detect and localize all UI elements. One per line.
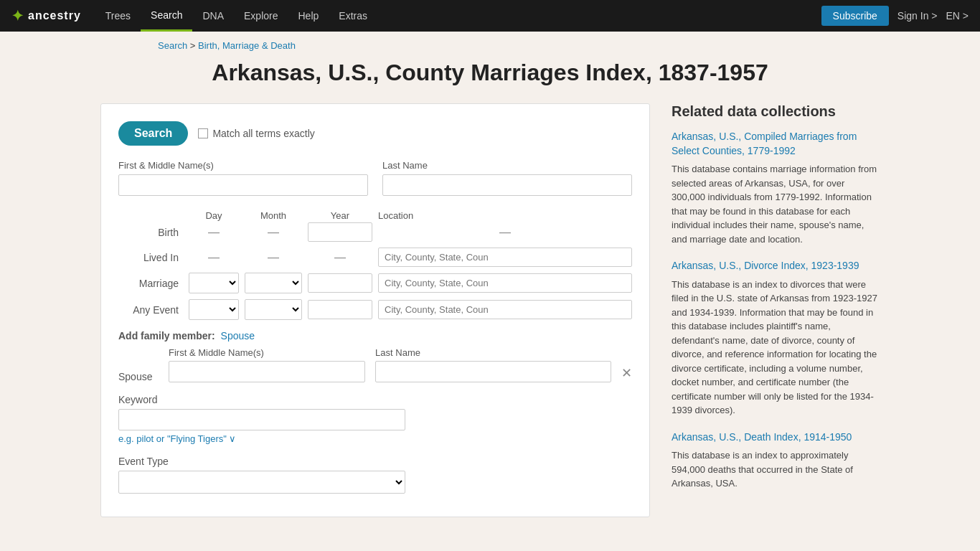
match-checkbox[interactable]	[198, 128, 208, 138]
page-title: Arkansas, U.S., County Marriages Index, …	[0, 60, 980, 86]
nav-trees[interactable]: Trees	[95, 0, 141, 32]
any-event-label: Any Event	[118, 304, 183, 316]
page-wrap: Search Match all terms exactly First & M…	[0, 103, 980, 546]
spouse-close-button[interactable]: ✕	[621, 365, 632, 382]
col-header-location: Location	[378, 210, 632, 221]
spouse-last-group: Last Name	[375, 347, 611, 382]
spouse-first-label: First & Middle Name(s)	[169, 347, 365, 358]
any-event-day-select[interactable]	[189, 299, 239, 320]
marriage-year-input[interactable]	[308, 273, 372, 293]
col-header-day: Day	[189, 210, 239, 221]
search-card: Search Match all terms exactly First & M…	[100, 103, 650, 517]
marriage-month-select[interactable]	[245, 273, 302, 293]
search-button[interactable]: Search	[118, 121, 188, 146]
signin-link[interactable]: Sign In >	[897, 10, 938, 22]
lang-selector[interactable]: EN >	[946, 10, 969, 22]
keyword-input[interactable]	[118, 409, 405, 430]
sidebar-item-2: Arkansas, U.S., Death Index, 1914-1950 T…	[672, 430, 880, 491]
birth-row: Birth — — —	[118, 222, 632, 242]
lived-in-label: Lived In	[118, 252, 183, 263]
col-header-year: Year	[308, 210, 372, 221]
spouse-row-label: Spouse	[118, 355, 159, 382]
lived-month-dash: —	[245, 251, 302, 264]
birth-day-dash: —	[189, 226, 239, 239]
last-name-label: Last Name	[382, 160, 632, 171]
match-text: Match all terms exactly	[212, 128, 314, 139]
breadcrumb: Search > Birth, Marriage & Death	[0, 32, 980, 60]
nav-extras[interactable]: Extras	[329, 0, 377, 32]
lived-in-row: Lived In — — —	[118, 248, 632, 267]
nav-bar: ✦ ancestry Trees Search DNA Explore Help…	[0, 0, 980, 32]
sidebar: Related data collections Arkansas, U.S.,…	[672, 103, 880, 517]
col-header-month: Month	[245, 210, 302, 221]
sidebar-item-1: Arkansas, U.S., Divorce Index, 1923-1939…	[672, 259, 880, 418]
nav-right: Subscribe Sign In > EN >	[821, 6, 969, 26]
sidebar-item-0: Arkansas, U.S., Compiled Marriages from …	[672, 130, 880, 246]
keyword-hint[interactable]: e.g. pilot or "Flying Tigers" ∨	[118, 433, 632, 444]
breadcrumb-section-link[interactable]: Birth, Marriage & Death	[198, 40, 296, 51]
ancestry-icon: ✦	[11, 7, 24, 24]
marriage-day-select[interactable]	[189, 273, 239, 293]
logo[interactable]: ✦ ancestry	[11, 7, 81, 24]
keyword-label: Keyword	[118, 394, 632, 405]
sidebar-desc-1: This database is an index to divorces th…	[672, 278, 880, 418]
logo-text: ancestry	[28, 9, 81, 22]
event-col-headers: Day Month Year Location	[118, 210, 632, 221]
lived-year-dash: —	[308, 251, 372, 264]
sidebar-desc-0: This database contains marriage informat…	[672, 162, 880, 246]
nav-search[interactable]: Search	[141, 0, 192, 32]
nav-links: Trees Search DNA Explore Help Extras	[95, 0, 821, 32]
sidebar-link-1[interactable]: Arkansas, U.S., Divorce Index, 1923-1939	[672, 259, 880, 273]
any-event-year-input[interactable]	[308, 300, 372, 319]
nav-explore[interactable]: Explore	[234, 0, 288, 32]
marriage-row: Marriage	[118, 273, 632, 293]
match-label[interactable]: Match all terms exactly	[198, 128, 314, 139]
spouse-first-group: First & Middle Name(s)	[169, 347, 365, 382]
subscribe-button[interactable]: Subscribe	[821, 6, 889, 26]
birth-location-dash: —	[378, 226, 632, 239]
name-row: First & Middle Name(s) Last Name	[118, 160, 632, 196]
breadcrumb-search-link[interactable]: Search	[158, 40, 187, 51]
sidebar-link-0[interactable]: Arkansas, U.S., Compiled Marriages from …	[672, 130, 880, 158]
family-member-row: Add family member: Spouse	[118, 330, 632, 342]
first-name-group: First & Middle Name(s)	[118, 160, 368, 196]
nav-dna[interactable]: DNA	[192, 0, 234, 32]
search-form-container: Search Match all terms exactly First & M…	[100, 103, 650, 517]
lived-location-input[interactable]	[378, 248, 632, 267]
birth-month-dash: —	[245, 226, 302, 239]
event-type-section: Event Type	[118, 456, 632, 494]
event-type-select[interactable]	[118, 471, 405, 494]
last-name-group: Last Name	[382, 160, 632, 196]
family-member-label: Add family member:	[118, 330, 215, 342]
first-name-input[interactable]	[118, 174, 368, 196]
keyword-section: Keyword e.g. pilot or "Flying Tigers" ∨	[118, 394, 632, 444]
sidebar-link-2[interactable]: Arkansas, U.S., Death Index, 1914-1950	[672, 430, 880, 445]
marriage-location-input[interactable]	[378, 273, 632, 293]
any-event-location-input[interactable]	[378, 300, 632, 319]
marriage-label: Marriage	[118, 278, 183, 289]
birth-label: Birth	[118, 227, 183, 238]
lived-day-dash: —	[189, 251, 239, 264]
sidebar-desc-2: This database is an index to approximate…	[672, 448, 880, 491]
event-type-label: Event Type	[118, 456, 632, 467]
spouse-last-input[interactable]	[375, 361, 611, 382]
any-event-month-select[interactable]	[245, 299, 302, 320]
first-name-label: First & Middle Name(s)	[118, 160, 368, 171]
sidebar-title: Related data collections	[672, 103, 880, 120]
last-name-input[interactable]	[382, 174, 632, 196]
spouse-first-input[interactable]	[169, 361, 365, 382]
spouse-last-label: Last Name	[375, 347, 611, 358]
spouse-link[interactable]: Spouse	[221, 330, 255, 342]
breadcrumb-separator: >	[187, 40, 198, 51]
nav-help[interactable]: Help	[288, 0, 329, 32]
search-top-row: Search Match all terms exactly	[118, 121, 632, 146]
spouse-row: Spouse First & Middle Name(s) Last Name …	[118, 347, 632, 382]
any-event-row: Any Event	[118, 299, 632, 320]
birth-year-input[interactable]	[308, 222, 372, 242]
